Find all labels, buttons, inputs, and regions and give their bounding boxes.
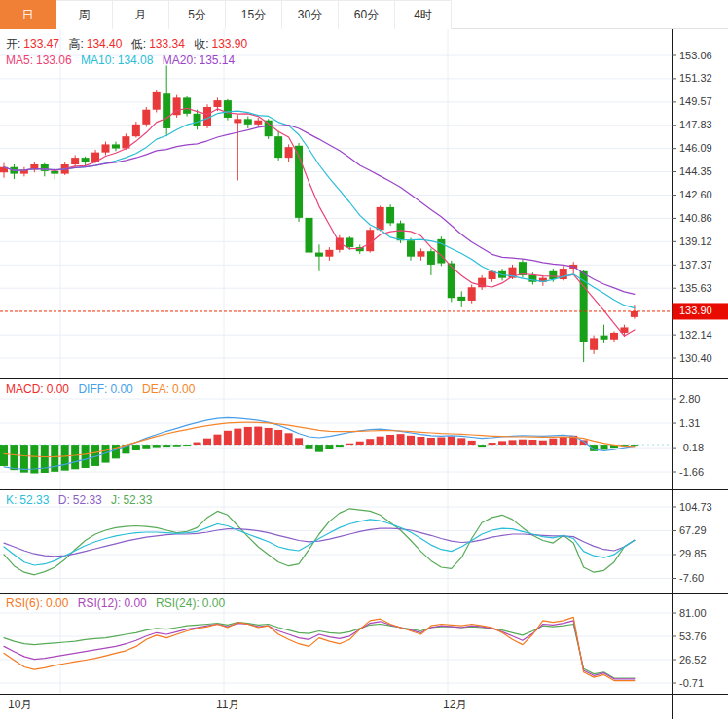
ma-legend: MA5:133.06 MA10:134.08 MA20:135.14 [6,54,240,67]
diff-value: 0.00 [110,382,132,396]
rsi12-label: RSI(12): [78,596,122,610]
price-chart-canvas: 153.06151.32149.57147.83146.09144.35142.… [0,29,728,719]
axis-tick-label: -0.71 [679,677,704,689]
ma5-label: MA5: [6,54,33,67]
diff-label: DIFF: [78,382,107,396]
ma20-value: 135.14 [199,54,235,67]
axis-tick-label: 140.86 [679,212,712,224]
axis-tick-label: 81.00 [679,607,707,619]
trading-chart-app: 日周月5分15分30分60分4时 153.06151.32149.57147.8… [0,0,728,719]
axis-tick-label: 139.12 [679,235,712,247]
tab-period-1[interactable]: 周 [56,0,113,29]
axis-tick-label: -0.18 [679,442,704,453]
period-tabbar: 日周月5分15分30分60分4时 [0,0,728,29]
ma10-label: MA10: [81,54,115,67]
axis-tick-label: 146.09 [679,142,712,154]
axis-tick-label: 29.85 [679,548,707,559]
axis-tick-label: 130.40 [679,352,712,364]
axis-tick-label: -7.60 [679,572,704,584]
axis-tick-label: 53.76 [679,630,707,642]
k-value: 52.33 [19,493,49,507]
axis-tick-label: 142.60 [679,189,712,200]
price-axis: 153.06151.32149.57147.83146.09144.35142.… [672,29,712,719]
ma20-label: MA20: [163,54,197,67]
axis-tick-label: -1.66 [679,466,704,478]
rsi-legend: RSI(6):0.00 RSI(12):0.00 RSI(24):0.00 [6,596,231,610]
low-value: 133.34 [149,37,185,51]
axis-tick-label: 151.32 [679,72,712,84]
tab-period-5[interactable]: 30分 [282,0,339,29]
k-label: K: [6,493,17,507]
tab-period-7[interactable]: 4时 [395,0,452,29]
close-value: 133.90 [212,37,248,51]
axis-tick-label: 104.73 [679,501,712,513]
rsi24-label: RSI(24): [156,596,200,610]
month-label: 10月 [8,697,32,713]
macd-histogram [0,427,638,474]
rsi24-value: 0.00 [202,596,225,610]
ma5-value: 133.06 [36,54,72,67]
axis-tick-label: 2.80 [679,393,700,405]
grid-lines [0,55,672,683]
axis-tick-label: 67.29 [679,524,707,536]
axis-tick-label: 135.63 [679,282,712,294]
axis-tick-label: 153.06 [679,50,712,61]
tab-period-4[interactable]: 15分 [226,0,282,29]
open-label: 开: [6,37,20,51]
kdj-j-line [4,509,635,575]
macd-label: MACD: [6,382,44,396]
axis-tick-label: 147.83 [679,119,712,130]
j-label: J: [111,493,120,507]
last-price-label: 133.90 [679,305,712,316]
dea-label: DEA: [142,382,169,396]
ma5-line [4,108,635,336]
d-label: D: [58,493,70,507]
axis-tick-label: 1.31 [679,417,700,429]
dea-value: 0.00 [172,382,195,396]
ma10-value: 134.08 [118,54,154,67]
axis-tick-label: 132.14 [679,329,712,341]
ohlc-readout: 开:133.47 高:134.40 低:133.34 收:133.90 [6,36,253,53]
candlestick-series [0,65,638,362]
macd-legend: MACD:0.00 DIFF:0.00 DEA:0.00 [6,382,200,396]
low-label: 低: [131,37,146,51]
tab-period-2[interactable]: 月 [113,0,169,29]
rsi6-value: 0.00 [46,596,68,610]
tab-period-3[interactable]: 5分 [169,0,226,29]
axis-tick-label: 26.52 [679,654,707,665]
axis-tick-label: 137.37 [679,259,712,270]
j-value: 52.33 [123,493,152,507]
close-label: 收: [194,37,208,51]
rsi6-label: RSI(6): [6,596,43,610]
rsi12-value: 0.00 [124,596,146,610]
rsi12-line [4,621,635,679]
axis-tick-label: 144.35 [679,165,712,177]
kdj-k-line [4,520,635,565]
time-axis: 10月11月12月 [0,694,728,719]
tab-period-0[interactable]: 日 [0,0,56,29]
high-value: 134.40 [87,37,123,51]
macd-value: 0.00 [47,382,69,396]
month-label: 11月 [216,697,239,713]
high-label: 高: [68,37,83,51]
axis-tick-label: 149.57 [679,95,712,107]
d-value: 52.33 [73,493,102,507]
last-price-badge: 133.90 [673,303,728,319]
tab-period-6[interactable]: 60分 [339,0,395,29]
month-label: 12月 [443,697,467,713]
open-value: 133.47 [23,37,59,51]
rsi24-line [4,623,635,678]
kdj-legend: K:52.33 D:52.33 J:52.33 [6,493,158,507]
